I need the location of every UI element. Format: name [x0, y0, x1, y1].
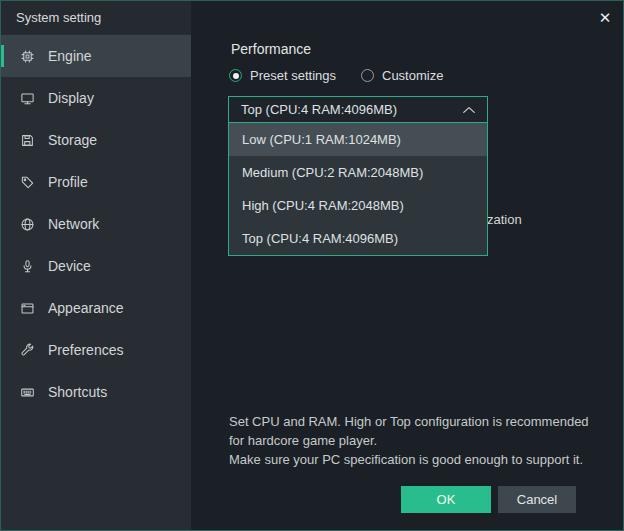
preset-settings-radio[interactable]: [229, 69, 242, 82]
window-icon: [19, 300, 35, 316]
sidebar-item-device[interactable]: Device: [1, 245, 191, 287]
sidebar-item-label: Engine: [48, 48, 92, 64]
sidebar-item-network[interactable]: Network: [1, 203, 191, 245]
dropdown-option-medium[interactable]: Medium (CPU:2 RAM:2048MB): [229, 156, 487, 189]
sidebar-item-shortcuts[interactable]: Shortcuts: [1, 371, 191, 413]
dropdown-option-top[interactable]: Top (CPU:4 RAM:4096MB): [229, 222, 487, 255]
keyboard-icon: [19, 384, 35, 400]
customize-radio[interactable]: [361, 69, 374, 82]
ok-button[interactable]: OK: [401, 486, 491, 513]
sidebar-item-label: Device: [48, 258, 91, 274]
floppy-disk-icon: [19, 132, 35, 148]
sidebar-item-storage[interactable]: Storage: [1, 119, 191, 161]
dropdown-option-low[interactable]: Low (CPU:1 RAM:1024MB): [229, 123, 487, 156]
performance-preset-dropdown: Top (CPU:4 RAM:4096MB) Low (CPU:1 RAM:10…: [228, 96, 488, 256]
sidebar-item-appearance[interactable]: Appearance: [1, 287, 191, 329]
sidebar-item-label: Profile: [48, 174, 88, 190]
obscured-virtualization-text: zation: [487, 212, 522, 227]
sidebar-item-label: Storage: [48, 132, 97, 148]
monitor-icon: [19, 90, 35, 106]
help-text-line: Set CPU and RAM. High or Top configurati…: [229, 412, 589, 431]
customize-radio-group[interactable]: Customize: [361, 68, 443, 83]
help-text: Set CPU and RAM. High or Top configurati…: [229, 412, 589, 469]
sidebar-item-label: Display: [48, 90, 94, 106]
sidebar-item-label: Appearance: [48, 300, 124, 316]
chevron-up-icon: [462, 106, 476, 114]
help-text-line: for hardcore game player.: [229, 431, 589, 450]
tag-icon: [19, 174, 35, 190]
sidebar-item-profile[interactable]: Profile: [1, 161, 191, 203]
sidebar-item-engine[interactable]: Engine: [1, 35, 191, 77]
dropdown-option-list: Low (CPU:1 RAM:1024MB) Medium (CPU:2 RAM…: [228, 123, 488, 256]
dropdown-selected-label: Top (CPU:4 RAM:4096MB): [241, 102, 397, 117]
preset-settings-label: Preset settings: [250, 68, 336, 83]
globe-icon: [19, 216, 35, 232]
wrench-icon: [19, 342, 35, 358]
sidebar-nav: Engine Display: [1, 35, 191, 413]
help-text-line: Make sure your PC specification is good …: [229, 450, 589, 469]
close-icon[interactable]: ✕: [594, 7, 616, 29]
preset-settings-radio-group[interactable]: Preset settings: [229, 68, 336, 83]
customize-label: Customize: [382, 68, 443, 83]
dialog-title: System setting: [1, 1, 191, 34]
sidebar: System setting Engine: [1, 1, 191, 530]
sidebar-item-label: Shortcuts: [48, 384, 107, 400]
system-setting-dialog: System setting Engine: [0, 0, 624, 531]
cpu-chip-icon: [19, 48, 35, 64]
sidebar-item-label: Network: [48, 216, 99, 232]
dropdown-selected-value[interactable]: Top (CPU:4 RAM:4096MB): [228, 96, 488, 123]
microphone-icon: [19, 258, 35, 274]
cancel-button[interactable]: Cancel: [498, 486, 576, 513]
sidebar-item-label: Preferences: [48, 342, 123, 358]
sidebar-item-display[interactable]: Display: [1, 77, 191, 119]
sidebar-item-preferences[interactable]: Preferences: [1, 329, 191, 371]
dropdown-option-high[interactable]: High (CPU:4 RAM:2048MB): [229, 189, 487, 222]
performance-section-title: Performance: [231, 41, 311, 57]
